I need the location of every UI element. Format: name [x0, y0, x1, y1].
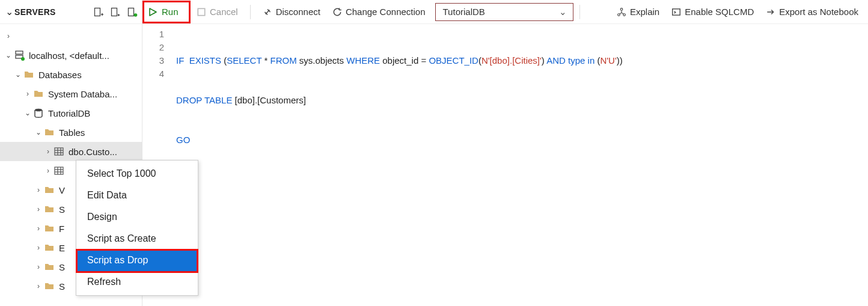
tree-label: System Databa... [48, 89, 117, 99]
tree-system-databases-node[interactable]: › System Databa... [0, 84, 142, 103]
menu-select-top-1000[interactable]: Select Top 1000 [76, 163, 198, 185]
plan-icon [617, 7, 626, 17]
folder-icon [43, 261, 55, 273]
menu-design[interactable]: Design [76, 206, 198, 228]
folder-icon [43, 222, 55, 234]
folder-icon [43, 242, 55, 254]
tree-label: S [59, 281, 65, 292]
tree-table-customers[interactable]: › dbo.Custo... [0, 142, 142, 161]
menu-edit-data[interactable]: Edit Data [76, 185, 198, 206]
line-number: 1 [142, 28, 164, 41]
svg-rect-3 [112, 8, 117, 16]
run-button[interactable]: Run [142, 3, 191, 21]
tree-label: Tables [59, 127, 85, 138]
sqlcmd-icon [671, 7, 681, 17]
toolbar-separator [250, 5, 251, 19]
svg-marker-4 [118, 14, 120, 16]
tree-label: V [59, 185, 65, 195]
menu-refresh[interactable]: Refresh [76, 271, 198, 293]
line-number: 3 [142, 54, 164, 67]
disconnect-icon [263, 7, 272, 17]
tree-label: F [59, 224, 64, 234]
tree-label: localhost, <default... [29, 50, 109, 61]
folder-icon [23, 69, 35, 81]
svg-rect-11 [55, 148, 63, 155]
tree-tutorialdb-node[interactable]: ⌄ TutorialDB [0, 103, 142, 123]
new-connection-icon[interactable] [91, 5, 106, 19]
table-context-menu: Select Top 1000 Edit Data Design Script … [76, 160, 198, 296]
database-selector[interactable]: TutorialDB ⌄ [435, 3, 573, 21]
toolbar-separator [579, 5, 580, 19]
run-label: Run [162, 7, 179, 17]
database-selected-label: TutorialDB [443, 7, 485, 17]
server-icon [13, 49, 25, 61]
database-icon [32, 107, 44, 119]
query-toolbar: Run Cancel Disconnect Change Connection … [142, 0, 868, 24]
explain-button[interactable]: Explain [611, 3, 665, 21]
table-icon [53, 165, 65, 177]
line-number: 4 [142, 67, 164, 81]
tree-databases-node[interactable]: ⌄ Databases [0, 65, 142, 84]
stop-icon [197, 7, 206, 17]
editor-area: Run Cancel Disconnect Change Connection … [142, 0, 868, 306]
chevron-down-icon[interactable]: ⌄ [5, 6, 13, 17]
notebook-label: Export as Notebook [779, 7, 858, 17]
disconnect-label: Disconnect [276, 7, 320, 17]
svg-rect-5 [129, 8, 134, 16]
menu-script-as-create[interactable]: Script as Create [76, 228, 198, 249]
new-query-icon[interactable] [108, 5, 123, 19]
explain-label: Explain [630, 7, 659, 17]
svg-rect-22 [198, 8, 204, 15]
export-icon [766, 7, 775, 17]
tree-group-root[interactable]: › [0, 26, 142, 46]
cancel-button: Cancel [191, 3, 244, 21]
tree-label: E [59, 243, 65, 253]
enable-sqlcmd-button[interactable]: Enable SQLCMD [665, 3, 760, 21]
disconnect-button[interactable]: Disconnect [257, 3, 326, 21]
svg-point-10 [35, 109, 42, 112]
folder-icon [43, 280, 55, 292]
servers-title: SERVERS [13, 7, 56, 17]
folder-icon [32, 88, 44, 100]
tree-label: Databases [38, 70, 82, 80]
cancel-label: Cancel [210, 7, 238, 17]
svg-marker-21 [150, 8, 156, 16]
svg-point-6 [134, 13, 138, 17]
svg-point-9 [21, 57, 25, 61]
tree-label: S [59, 204, 65, 215]
folder-icon [43, 184, 55, 196]
svg-rect-0 [95, 8, 100, 16]
sqlcmd-label: Enable SQLCMD [685, 7, 754, 17]
refresh-icon [332, 7, 342, 17]
folder-icon [43, 203, 55, 215]
chevron-down-icon: ⌄ [559, 7, 567, 17]
menu-script-as-drop[interactable]: Script as Drop [76, 249, 198, 271]
folder-icon [43, 126, 55, 138]
line-number: 2 [142, 41, 164, 54]
sql-editor[interactable]: 1 2 3 4 IF EXISTS (SELECT * FROM sys.obj… [142, 24, 868, 306]
change-connection-button[interactable]: Change Connection [326, 3, 432, 21]
code-content[interactable]: IF EXISTS (SELECT * FROM sys.objects WHE… [173, 24, 868, 306]
svg-rect-26 [673, 8, 680, 14]
table-icon [53, 145, 65, 158]
tree-label: S [59, 262, 65, 272]
servers-panel-header: ⌄ SERVERS [0, 0, 142, 24]
tree-label: TutorialDB [48, 108, 90, 118]
new-server-group-icon[interactable] [125, 5, 139, 19]
tree-server-node[interactable]: ⌄ localhost, <default... [0, 46, 142, 65]
tree-label: dbo.Custo... [69, 147, 117, 157]
export-notebook-button[interactable]: Export as Notebook [760, 3, 864, 21]
change-conn-label: Change Connection [346, 7, 426, 17]
tree-tables-node[interactable]: ⌄ Tables [0, 123, 142, 142]
svg-rect-7 [16, 51, 23, 54]
svg-rect-16 [55, 167, 63, 174]
svg-point-23 [620, 8, 623, 10]
